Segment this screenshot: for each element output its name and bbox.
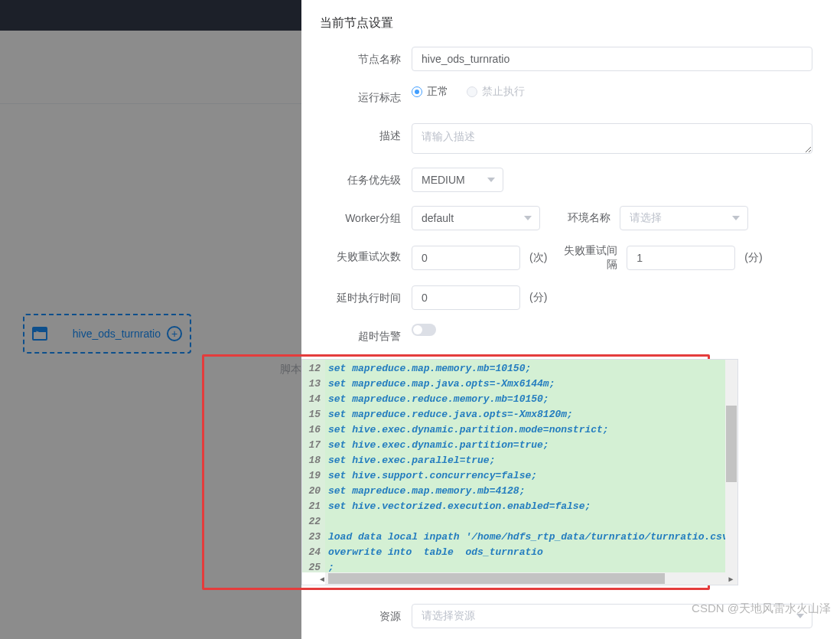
scroll-right-icon[interactable]: ► [725,572,737,585]
run-flag-normal-text: 正常 [427,85,448,99]
node-settings-form: 节点名称 运行标志 正常 禁止执行 描述 任务优先级 MED [301,47,840,639]
editor-horizontal-scrollbar[interactable]: ◄ ► [325,572,737,585]
chevron-down-icon [524,216,532,220]
env-name-label: 环境名称 [549,211,610,225]
resource-select[interactable]: 请选择资源 [412,604,812,628]
script-label: 脚本 [204,357,301,585]
run-flag-normal-radio[interactable]: 正常 [412,85,448,99]
node-settings-drawer: 当前节点设置 节点名称 运行标志 正常 禁止执行 描述 [301,0,840,639]
editor-vertical-scrollbar[interactable] [725,360,737,572]
description-textarea[interactable] [412,123,812,154]
retry-interval-unit: (分) [744,251,762,265]
scroll-left-icon[interactable]: ◄ [316,572,328,585]
chevron-down-icon [796,614,804,618]
description-label: 描述 [301,123,401,148]
timeout-alarm-label: 超时告警 [301,324,401,348]
resource-label: 资源 [301,604,401,628]
priority-select[interactable]: MEDIUM [412,168,503,192]
run-flag-label: 运行标志 [301,85,401,109]
run-flag-forbid-text: 禁止执行 [482,85,525,99]
script-editor[interactable]: 1213141516171819202122232425 set mapredu… [301,359,738,585]
retry-times-label: 失败重试次数 [301,244,401,269]
delay-time-input[interactable] [412,285,520,310]
script-highlight-box: 脚本 1213141516171819202122232425 set mapr… [202,354,710,590]
chevron-down-icon [487,178,495,182]
chevron-down-icon [732,216,740,220]
editor-gutter: 1213141516171819202122232425 [302,360,325,572]
env-name-select[interactable]: 请选择 [620,206,748,230]
editor-code-lines[interactable]: set mapreduce.map.memory.mb=10150;set ma… [325,360,737,572]
node-name-input[interactable] [412,47,812,71]
delay-time-label: 延时执行时间 [301,285,401,310]
timeout-alarm-switch[interactable] [412,324,436,336]
run-flag-forbid-radio[interactable]: 禁止执行 [467,85,525,99]
retry-times-input[interactable] [412,246,520,270]
priority-label: 任务优先级 [301,168,401,192]
retry-interval-input[interactable] [627,246,735,270]
retry-times-unit: (次) [529,251,547,265]
worker-group-select[interactable]: default [412,206,540,230]
node-name-label: 节点名称 [301,47,401,71]
drawer-title: 当前节点设置 [301,0,840,47]
worker-group-label: Worker分组 [301,206,401,230]
retry-interval-label: 失败重试间隔 [556,244,617,272]
scrollbar-thumb[interactable] [726,406,737,482]
scrollbar-thumb[interactable] [328,573,665,584]
delay-time-unit: (分) [529,291,547,305]
